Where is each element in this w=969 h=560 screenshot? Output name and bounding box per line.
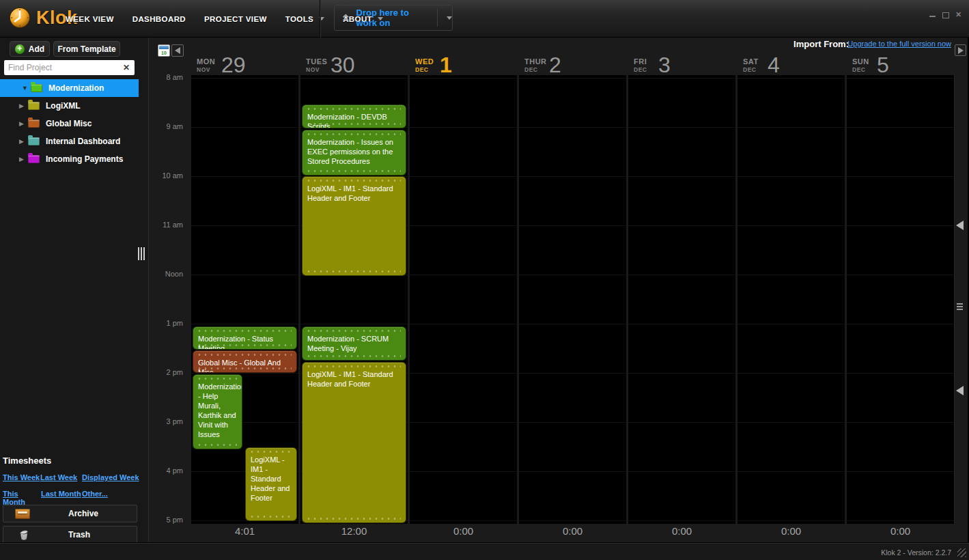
upgrade-link[interactable]: Upgrade to the full version now	[847, 40, 951, 48]
add-project-button[interactable]: + Add	[10, 41, 50, 57]
timesheet-link-this-month[interactable]: This Month	[3, 490, 41, 506]
timesheet-link-this-week[interactable]: This Week	[3, 473, 40, 481]
calendar-entry[interactable]: Modernization - Issues on EXEC permissio…	[302, 130, 406, 176]
day-of-week-label: SAT	[743, 58, 759, 66]
previous-week-button[interactable]	[171, 44, 184, 57]
day-of-week-label: THUR	[524, 58, 547, 66]
next-week-button[interactable]	[955, 44, 966, 56]
tree-item-internal-dashboard[interactable]: ▶Internal Dashboard	[0, 132, 149, 150]
window-controls: ✕	[929, 12, 962, 18]
drop-area-divider	[437, 9, 438, 27]
month-label: DEC	[852, 67, 869, 73]
tree-item-label: Internal Dashboard	[46, 137, 120, 146]
date-number: 2	[549, 53, 561, 78]
minimize-button[interactable]	[929, 12, 936, 18]
from-template-label: From Template	[57, 44, 115, 54]
menu-item-label: PROJECT VIEW	[204, 15, 267, 23]
folder-icon	[28, 137, 40, 145]
archive-label: Archive	[68, 509, 98, 518]
day-header-sat: SATDEC4	[738, 57, 845, 76]
day-column-sun[interactable]	[847, 75, 954, 524]
day-total: 12:00	[300, 525, 408, 537]
time-label-1-pm: 1 pm	[149, 319, 183, 328]
chevron-down-icon[interactable]: ▼	[22, 85, 29, 92]
day-of-week-label: TUES	[306, 58, 327, 66]
clear-search-icon[interactable]: ✕	[118, 63, 135, 72]
date-picker-button[interactable]	[158, 44, 170, 57]
tree-item-modernization[interactable]: ▼ Modernization	[0, 79, 139, 97]
date-number: 29	[221, 53, 246, 78]
calendar-entry[interactable]: LogiXML - IM1 - Standard Header and Foot…	[302, 176, 406, 276]
search-input[interactable]	[4, 63, 118, 72]
day-column-sat[interactable]	[738, 75, 845, 524]
chevron-right-icon[interactable]: ▶	[19, 138, 26, 145]
scroll-marker-lower[interactable]	[956, 386, 964, 395]
archive-panel[interactable]: Archive	[3, 505, 137, 522]
day-header-wed: WEDDEC1	[410, 57, 517, 76]
tree-item-logixml[interactable]: ▶LogiXML	[0, 97, 149, 115]
trash-panel[interactable]: Trash	[3, 526, 137, 544]
month-label: NOV	[197, 67, 215, 73]
time-label-9-am: 9 am	[149, 122, 183, 132]
sidebar-splitter[interactable]	[138, 247, 145, 260]
time-label-10-am: 10 am	[149, 171, 183, 181]
menu-item-label: WEEK VIEW	[66, 15, 114, 23]
folder-icon	[28, 102, 40, 110]
chevron-right-icon[interactable]: ▶	[19, 156, 26, 163]
timesheet-links-row2: This MonthLast MonthOther...	[3, 490, 108, 506]
day-total: 0:00	[410, 525, 517, 537]
menu-item-dashboard[interactable]: DASHBOARD	[132, 15, 186, 23]
day-total: 0:00	[847, 525, 954, 537]
time-label-4-pm: 4 pm	[149, 466, 183, 476]
month-label: DEC	[415, 67, 434, 73]
timesheet-link-other[interactable]: Other...	[82, 490, 108, 506]
day-header-mon: MONNOV29	[191, 57, 298, 76]
project-sidebar: + Add From Template ✕ ▼ Modernization ▶L…	[0, 38, 149, 542]
timesheet-link-last-week[interactable]: Last Week	[40, 473, 82, 481]
day-of-week-label: MON	[197, 58, 215, 66]
maximize-button[interactable]	[942, 12, 949, 18]
menu-item-week-view[interactable]: WEEK VIEW	[66, 15, 114, 23]
calendar-entry[interactable]: Modernization - Help Murali, Karthik and…	[193, 374, 242, 449]
calendar-entry[interactable]: LogiXML - IM1 - Standard Header and Foot…	[302, 362, 406, 523]
timesheet-links-row1: This WeekLast WeekDisplayed Week	[3, 473, 139, 481]
drop-target[interactable]: Drop here to work on	[334, 5, 453, 31]
timesheet-link-displayed-week[interactable]: Displayed Week	[82, 473, 139, 481]
day-total: 4:01	[191, 525, 298, 537]
timesheets-heading: Timesheets	[3, 456, 51, 466]
drop-target-label: Drop here to work on	[356, 8, 430, 28]
day-column-fri[interactable]	[628, 75, 735, 524]
day-header-fri: FRIDEC3	[628, 57, 735, 76]
timesheet-link-last-month[interactable]: Last Month	[41, 490, 82, 506]
scrollbar-grip[interactable]	[957, 303, 963, 310]
chevron-right-icon[interactable]: ▶	[19, 120, 26, 127]
menu-item-label: DASHBOARD	[132, 15, 186, 23]
tree-item-incoming-payments[interactable]: ▶Incoming Payments	[0, 150, 149, 168]
double-chevron-up-icon	[342, 13, 350, 23]
month-label: NOV	[306, 67, 327, 73]
month-label: DEC	[743, 67, 759, 73]
menu-item-tools[interactable]: TOOLS	[285, 15, 324, 23]
day-total: 0:00	[738, 525, 845, 537]
chevron-right-icon[interactable]: ▶	[19, 102, 26, 109]
tree-item-global-misc[interactable]: ▶Global Misc	[0, 115, 149, 132]
trash-icon	[18, 529, 31, 541]
menu-item-label: TOOLS	[285, 15, 313, 23]
plus-icon: +	[15, 44, 25, 54]
calendar-entry[interactable]: LogiXML - IM1 - Standard Header and Foot…	[245, 447, 297, 521]
calendar-entry[interactable]: Modernization - DEVDB Scripts	[302, 104, 406, 128]
menu-item-project-view[interactable]: PROJECT VIEW	[204, 15, 267, 23]
day-column-thur[interactable]	[519, 75, 626, 524]
calendar-entry[interactable]: Modernization - Status Meeting -	[193, 326, 297, 350]
scroll-marker-upper[interactable]	[956, 221, 964, 230]
tree-item-label: Modernization	[48, 83, 104, 93]
calendar-entry[interactable]: Global Misc - Global And Misc	[193, 350, 297, 373]
resize-grip[interactable]	[957, 548, 966, 557]
from-template-button[interactable]: From Template	[53, 41, 120, 57]
calendar-entry[interactable]: Modernization - SCRUM Meeting - Vijay	[302, 326, 406, 361]
day-total: 0:00	[519, 525, 626, 537]
drop-target-dropdown-icon[interactable]	[447, 16, 452, 20]
day-column-wed[interactable]	[410, 75, 517, 524]
close-button[interactable]: ✕	[955, 12, 962, 18]
day-total: 0:00	[628, 525, 735, 537]
